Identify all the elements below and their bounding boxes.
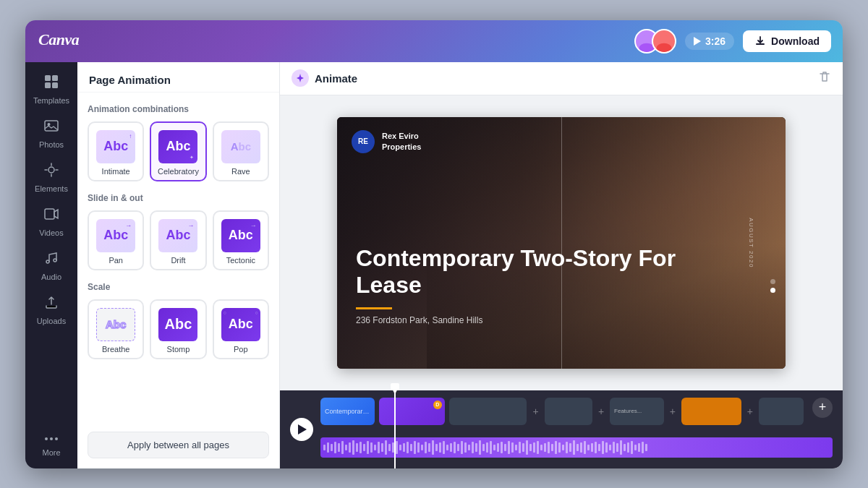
sidebar-item-elements[interactable]: Elements (29, 156, 74, 199)
templates-icon (43, 74, 59, 93)
svg-text:Canva: Canva (38, 30, 80, 48)
wave-bar (435, 444, 438, 451)
wave-bar (504, 444, 506, 451)
avatar-user2 (652, 29, 676, 53)
anim-preview-stomp: Abc (158, 308, 197, 341)
sidebar-item-photos[interactable]: Photos (29, 112, 74, 155)
wave-bar (540, 445, 542, 450)
clip-yellow[interactable] (681, 398, 741, 425)
anim-abc-celebratory: Abc (166, 139, 190, 154)
wave-bar (555, 441, 557, 454)
avatar-group (634, 29, 676, 53)
anim-preview-tectonic: → Abc (221, 219, 260, 252)
anim-label-intimate: Intimate (102, 167, 130, 176)
anim-preview-drift: → Abc (158, 219, 197, 252)
anim-card-rave[interactable]: Abc Rave (213, 121, 269, 181)
wave-bar (359, 442, 362, 453)
wave-bar (569, 443, 571, 452)
wave-bar (638, 443, 640, 452)
wave-bar (548, 442, 550, 453)
section-scale-title: Scale (88, 282, 269, 292)
wave-bar (627, 442, 629, 453)
wave-bar (385, 440, 387, 455)
wave-bar (457, 444, 459, 451)
wave-bar (410, 444, 412, 451)
wave-bar (511, 442, 514, 453)
svg-point-17 (50, 437, 53, 440)
wave-bar (450, 443, 452, 452)
anim-abc-stomp: Abc (165, 316, 192, 333)
sidebar-label-videos: Videos (39, 228, 63, 237)
add-clip-button[interactable]: + (812, 398, 833, 418)
anim-preview-celebratory: Abc ✦ (158, 130, 197, 163)
wave-bar (515, 445, 517, 450)
wave-bar (349, 442, 351, 453)
svg-rect-9 (52, 82, 58, 88)
wave-bar (327, 442, 329, 453)
clip-purple[interactable]: D (379, 398, 445, 425)
sidebar-item-templates[interactable]: Templates (29, 68, 74, 111)
clip-dark4[interactable] (759, 398, 804, 425)
wave-bar (363, 444, 365, 451)
clip-dark2[interactable] (545, 398, 592, 425)
clip-separator-1: + (531, 406, 540, 417)
wave-bar (519, 442, 521, 453)
anim-card-breathe[interactable]: Abc Breathe (88, 299, 144, 359)
wave-bar (367, 441, 369, 454)
animate-bar: Animate (280, 62, 843, 95)
wave-bar (374, 445, 376, 450)
download-button[interactable]: Download (743, 30, 831, 52)
clip-blue-label: Contemporary... (320, 408, 375, 415)
sidebar-item-audio[interactable]: Audio (29, 244, 74, 287)
clip-blue[interactable]: Contemporary... (320, 398, 375, 425)
timeline-needle[interactable] (394, 390, 396, 468)
wave-bar (522, 443, 524, 452)
timeline-area: Contemporary... D + (280, 390, 843, 468)
clip-dark1[interactable] (449, 398, 527, 425)
wave-bar (341, 441, 344, 454)
svg-point-15 (54, 259, 56, 262)
clip-features[interactable]: Features... (610, 398, 664, 425)
wave-bar (407, 442, 409, 453)
anim-card-pop[interactable]: ○ ○ Abc Pop (213, 299, 269, 359)
svg-rect-10 (45, 121, 58, 131)
clip-separator-3: + (668, 406, 677, 417)
photos-icon (43, 118, 59, 137)
wave-bar (439, 442, 441, 453)
anim-label-drift: Drift (171, 256, 185, 265)
wave-bar (620, 440, 622, 455)
svg-point-12 (48, 167, 54, 173)
anim-abc-breathe: Abc (106, 318, 126, 330)
company-badge: RE (352, 130, 375, 153)
apply-between-pages-button[interactable]: Apply between all pages (88, 432, 269, 458)
sidebar-item-videos[interactable]: Videos (29, 200, 74, 243)
sidebar-item-uploads[interactable]: Uploads (29, 288, 74, 331)
anim-card-intimate[interactable]: Abc ↑ Intimate (88, 121, 144, 181)
wave-bar (331, 444, 333, 451)
wave-bar (443, 441, 445, 454)
wave-bar (587, 445, 590, 450)
wave-bar (580, 442, 582, 453)
sidebar-item-more[interactable]: More (29, 423, 74, 463)
wave-bar (624, 444, 626, 451)
anim-abc-pan: Abc (103, 228, 128, 243)
wave-bar (609, 445, 611, 450)
wave-bar (497, 443, 499, 452)
svg-rect-8 (45, 82, 51, 88)
audio-track[interactable]: (function(){ const heights = [8,14,10,16… (320, 437, 833, 458)
anim-card-pan[interactable]: → Abc Pan (88, 210, 144, 270)
wave-bar (558, 442, 561, 453)
anim-card-celebratory[interactable]: Abc ✦ Celebratory (150, 121, 206, 181)
anim-card-stomp[interactable]: Abc Stomp (150, 299, 206, 359)
audio-icon (43, 250, 59, 270)
delete-animation-button[interactable] (818, 70, 831, 87)
main-content: Templates Photos Elements Videos (25, 62, 843, 468)
anim-card-tectonic[interactable]: → Abc Tectonic (213, 210, 269, 270)
slide-dot-1 (770, 279, 775, 284)
timeline-play-button[interactable] (290, 418, 313, 441)
sidebar-label-uploads: Uploads (37, 317, 66, 325)
wave-bar (388, 444, 391, 451)
anim-card-drift[interactable]: → Abc Drift (150, 210, 206, 270)
play-timer[interactable]: 3:26 (685, 33, 734, 50)
wave-bar (493, 445, 495, 450)
